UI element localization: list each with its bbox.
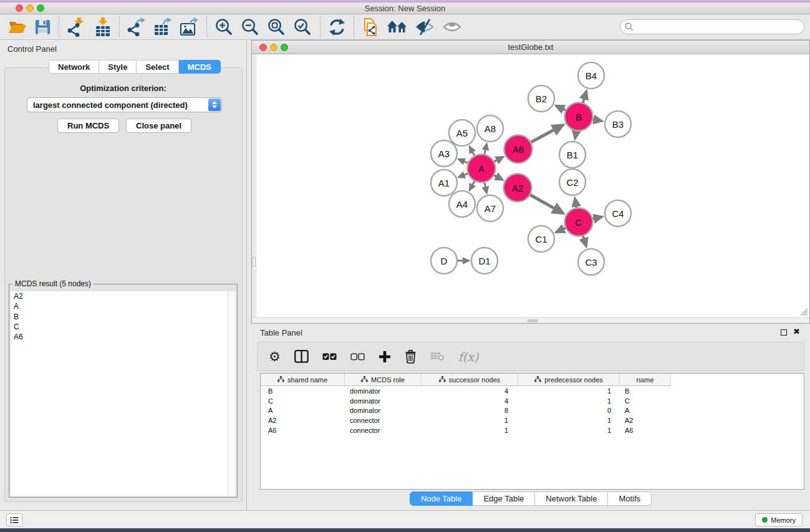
table-row[interactable]: Adominator80A <box>261 405 804 415</box>
network-vertical-scrollbar[interactable] <box>252 54 256 317</box>
delete-table-icon <box>430 351 445 362</box>
table-row[interactable]: Bdominator41B <box>261 386 804 396</box>
mcds-result-list[interactable]: A2ABCA6 <box>11 291 236 496</box>
zoom-fit-button[interactable] <box>267 17 286 37</box>
clone-network-icon <box>362 17 379 37</box>
control-panel: Control Panel ✖ NetworkStyleSelectMCDS O… <box>0 40 247 510</box>
column-header-successor-nodes[interactable]: successor nodes <box>422 374 518 386</box>
node-label-A2: A2 <box>512 183 523 193</box>
node-label-A7: A7 <box>485 203 496 214</box>
table-row[interactable]: A6connector11A6 <box>261 425 804 435</box>
mcds-result-title: MCDS result (5 nodes) <box>12 279 94 288</box>
import-network-button[interactable] <box>67 17 85 37</box>
node-label-B2: B2 <box>536 94 547 104</box>
float-table-panel-icon[interactable] <box>781 329 787 336</box>
zoom-selected-button[interactable] <box>293 17 312 37</box>
network-horizontal-scrollbar[interactable] <box>252 317 809 323</box>
table-cell: dominator <box>345 387 422 395</box>
node-table[interactable]: shared nameMCDS rolesuccessor nodesprede… <box>260 373 804 490</box>
zoom-out-icon <box>241 17 260 37</box>
mcds-result-group: MCDS result (5 nodes) A2ABCA6 <box>9 284 238 498</box>
memory-status-icon <box>762 517 768 523</box>
task-history-button[interactable] <box>6 513 22 526</box>
open-file-button[interactable] <box>8 19 27 35</box>
create-column-button[interactable] <box>378 351 391 363</box>
import-table-icon <box>94 17 112 37</box>
refresh-button[interactable] <box>328 18 346 36</box>
fx-icon: f(x) <box>458 350 479 364</box>
toolbar-separator <box>59 16 59 37</box>
search-input[interactable] <box>637 22 804 32</box>
tab-network[interactable]: Network <box>49 60 99 74</box>
hide-selected-button[interactable] <box>415 19 434 36</box>
criterion-dropdown[interactable]: largest connected component (directed) <box>27 97 222 112</box>
table-row[interactable]: A2connector11A2 <box>261 415 804 425</box>
export-image-button[interactable] <box>180 17 199 36</box>
list-item[interactable]: A2 <box>11 291 236 301</box>
table-row[interactable]: Cdominator41C <box>261 396 804 406</box>
result-scrollbar[interactable] <box>228 291 236 496</box>
tab-mcds[interactable]: MCDS <box>179 60 221 74</box>
trash-icon <box>405 350 417 364</box>
column-header-shared-name[interactable]: shared name <box>261 374 345 386</box>
tab-motifs[interactable]: Motifs <box>608 491 652 506</box>
network-view-window: testGlobe.txt AA1A2A3A4A5A6A7A8BB1B2B3B4… <box>251 40 810 324</box>
column-header-name[interactable]: name <box>620 374 671 386</box>
table-body: Bdominator41BCdominator41CAdominator80AA… <box>261 386 804 435</box>
export-image-icon <box>180 17 199 36</box>
export-table-button[interactable] <box>153 17 172 36</box>
houses-icon <box>387 19 408 35</box>
zoom-out-button[interactable] <box>241 17 260 37</box>
table-cell: 8 <box>422 407 518 414</box>
tab-network-table[interactable]: Network Table <box>535 491 608 506</box>
table-cell: B <box>620 387 671 395</box>
list-icon <box>10 516 19 524</box>
network-canvas[interactable]: AA1A2A3A4A5A6A7A8BB1B2B3B4CC1C2C3C4DD1 <box>252 54 809 323</box>
control-panel-title: Control Panel <box>7 44 57 54</box>
resize-grip-icon[interactable] <box>800 308 808 316</box>
delete-table-button <box>430 351 445 362</box>
show-all-button[interactable] <box>443 20 461 34</box>
close-table-panel-icon[interactable]: ✖ <box>793 327 800 336</box>
import-table-button[interactable] <box>94 17 112 37</box>
memory-button[interactable]: Memory <box>755 513 803 526</box>
list-item[interactable]: B <box>11 312 236 322</box>
table-cell: connector <box>345 427 422 434</box>
table-settings-button[interactable]: ⚙ <box>269 350 281 364</box>
column-header-mcds-role[interactable]: MCDS role <box>345 374 422 386</box>
network-graph[interactable]: AA1A2A3A4A5A6A7A8BB1B2B3B4CC1C2C3C4DD1 <box>252 54 809 319</box>
list-item[interactable]: C <box>11 322 236 332</box>
show-columns-button[interactable] <box>294 350 309 363</box>
columns-icon <box>294 350 309 363</box>
select-all-icon <box>322 353 337 360</box>
optimization-criterion-label: Optimization criterion: <box>0 84 246 93</box>
close-panel-button[interactable]: Close panel <box>126 118 191 133</box>
node-label-C: C <box>576 217 582 228</box>
deselect-all-button[interactable] <box>350 353 365 360</box>
main-toolbar <box>0 14 810 40</box>
toolbar-separator <box>354 16 354 37</box>
network-window-titlebar[interactable]: testGlobe.txt <box>252 41 809 54</box>
delete-column-button[interactable] <box>405 350 417 364</box>
shared-column-icon <box>439 376 446 384</box>
tab-style[interactable]: Style <box>99 60 137 74</box>
run-mcds-button[interactable]: Run MCDS <box>57 118 119 133</box>
save-session-button[interactable] <box>34 19 51 36</box>
home-layout-button[interactable] <box>387 19 408 35</box>
tab-edge-table[interactable]: Edge Table <box>473 491 535 506</box>
table-cell: A <box>261 407 345 414</box>
clone-network-button[interactable] <box>362 17 379 37</box>
status-bar: Memory <box>0 510 810 528</box>
zoom-in-button[interactable] <box>215 17 234 37</box>
tab-node-table[interactable]: Node Table <box>410 491 473 506</box>
tab-select[interactable]: Select <box>137 60 178 74</box>
app-title: Session: New Session <box>0 4 810 13</box>
dropdown-stepper-icon <box>208 99 221 111</box>
column-header-predecessor-nodes[interactable]: predecessor nodes <box>518 374 620 386</box>
select-all-button[interactable] <box>322 353 337 360</box>
node-label-A4: A4 <box>456 199 468 210</box>
table-cell: C <box>620 397 671 405</box>
list-item[interactable]: A6 <box>11 332 236 342</box>
export-network-button[interactable] <box>127 17 146 36</box>
list-item[interactable]: A <box>11 301 236 311</box>
